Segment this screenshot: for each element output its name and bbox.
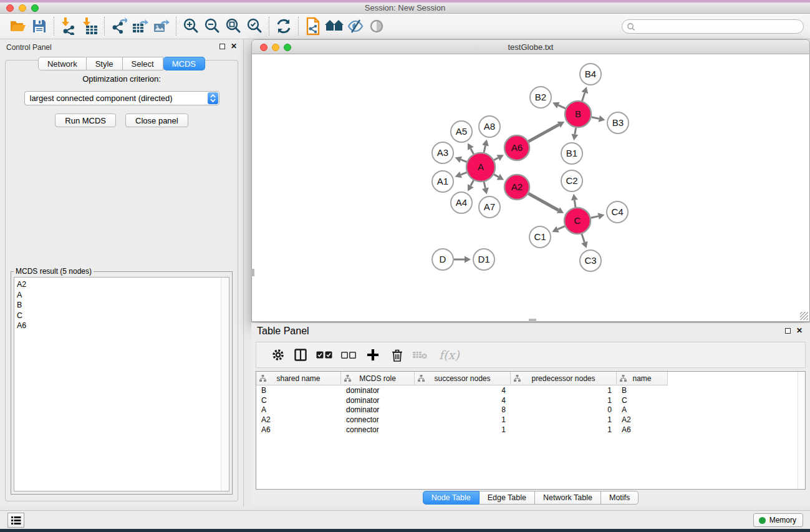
table-cell[interactable]: 8 [415, 405, 511, 414]
task-history-button[interactable] [7, 513, 24, 528]
table-cell[interactable]: 1 [415, 425, 511, 434]
table-cell[interactable]: connector [341, 425, 415, 434]
table-cell[interactable]: A2 [617, 415, 668, 424]
table-cell[interactable]: A [256, 405, 341, 414]
float-panel-icon[interactable] [219, 44, 225, 49]
table-cell[interactable]: 1 [511, 386, 617, 395]
edge-A6-B[interactable] [528, 125, 559, 142]
tab-style[interactable]: Style [87, 57, 123, 70]
export-network-icon[interactable] [108, 16, 130, 37]
column-layout-icon[interactable] [289, 344, 312, 365]
edge-A-A8[interactable] [484, 145, 485, 152]
edge-A-A4[interactable] [471, 180, 474, 186]
zoom-selected-icon[interactable] [244, 16, 265, 37]
edge-C-C4[interactable] [591, 216, 598, 218]
save-session-icon[interactable] [29, 16, 50, 37]
edge-B-B3[interactable] [591, 117, 599, 119]
edge-B-B4[interactable] [582, 93, 585, 101]
tab-mcds[interactable]: MCDS [163, 57, 205, 70]
edge-B-B1[interactable] [575, 128, 576, 135]
edge-A-A3[interactable] [461, 160, 467, 162]
node-table[interactable]: shared nameMCDS rolesuccessor nodesprede… [256, 371, 806, 490]
network-window-titlebar[interactable]: testGlobe.txt [251, 39, 810, 54]
close-panel-icon[interactable]: ✕ [231, 43, 237, 49]
result-item[interactable]: A6 [17, 321, 221, 331]
minimize-window-button[interactable] [19, 4, 26, 12]
refresh-icon[interactable] [273, 16, 294, 37]
table-row[interactable]: Bdominator41B [256, 385, 805, 395]
close-panel-button[interactable]: Close panel [125, 114, 188, 127]
network-graph[interactable]: B4B2BB3A5A8A6A3B1AA1C2A2A4A7CC4C1C3DD1 [252, 54, 809, 321]
column-header-shared-name[interactable]: shared name [256, 372, 341, 385]
select-all-icon[interactable] [312, 344, 337, 365]
tab-edge-table[interactable]: Edge Table [480, 491, 535, 505]
network-canvas[interactable]: B4B2BB3A5A8A6A3B1AA1C2A2A4A7CC4C1C3DD1 [251, 54, 810, 322]
column-header-name[interactable]: name [617, 372, 668, 385]
table-cell[interactable]: C [256, 396, 341, 405]
table-row[interactable]: Cdominator41C [256, 395, 805, 405]
table-cell[interactable]: B [617, 386, 668, 395]
delete-table-icon[interactable] [409, 344, 430, 365]
column-header-successor-nodes[interactable]: successor nodes [415, 372, 511, 385]
dropdown-stepper-icon[interactable] [208, 92, 218, 104]
edge-B-B2[interactable] [558, 105, 566, 109]
close-table-panel-icon[interactable]: ✕ [796, 327, 803, 334]
edge-A-A1[interactable] [461, 172, 467, 175]
table-cell[interactable]: 4 [415, 386, 511, 395]
home-icon[interactable] [324, 16, 345, 37]
column-header-MCDS-role[interactable]: MCDS role [341, 372, 415, 385]
result-item[interactable]: A [17, 290, 221, 301]
edge-A2-C[interactable] [528, 193, 558, 210]
add-column-icon[interactable] [360, 344, 385, 365]
column-header-predecessor-nodes[interactable]: predecessor nodes [511, 372, 617, 385]
table-cell[interactable]: B [256, 386, 341, 395]
table-cell[interactable]: connector [341, 415, 415, 424]
search-field[interactable] [622, 19, 804, 34]
optimization-criterion-select[interactable]: largest connected component (directed) [24, 91, 219, 105]
memory-button[interactable]: Memory [753, 513, 803, 527]
import-table-icon[interactable] [79, 16, 100, 37]
run-mcds-button[interactable]: Run MCDS [55, 114, 116, 127]
gear-icon[interactable] [267, 344, 289, 365]
table-cell[interactable]: A [617, 405, 668, 414]
table-cell[interactable]: A2 [256, 415, 341, 424]
export-image-icon[interactable] [151, 16, 172, 37]
edge-A-A2[interactable] [494, 175, 498, 177]
function-builder-icon[interactable]: f(x) [439, 348, 460, 362]
table-row[interactable]: Adominator80A [256, 405, 805, 415]
table-cell[interactable]: 1 [511, 425, 617, 434]
canvas-scrollbar-bottom[interactable] [529, 319, 536, 322]
network-minimize-button[interactable] [272, 44, 279, 51]
result-scrollbar[interactable] [221, 278, 229, 491]
edge-C-C3[interactable] [582, 234, 584, 243]
network-maximize-button[interactable] [284, 44, 291, 51]
tab-select[interactable]: Select [123, 57, 163, 70]
table-cell[interactable]: A6 [617, 425, 668, 434]
result-item[interactable]: A2 [17, 279, 221, 290]
export-table-icon[interactable] [130, 16, 151, 37]
zoom-in-icon[interactable] [180, 16, 201, 37]
zoom-out-icon[interactable] [201, 16, 223, 37]
window-resize-grip[interactable] [800, 312, 808, 320]
open-session-icon[interactable] [7, 16, 29, 37]
deselect-all-icon[interactable] [337, 344, 360, 365]
edge-C-C1[interactable] [557, 226, 564, 230]
maximize-window-button[interactable] [31, 4, 39, 12]
table-cell[interactable]: dominator [341, 386, 415, 395]
table-cell[interactable]: A6 [256, 425, 341, 434]
network-close-button[interactable] [260, 44, 268, 51]
edge-A-A5[interactable] [471, 148, 474, 154]
tab-network-table[interactable]: Network Table [535, 491, 601, 505]
table-cell[interactable]: C [617, 396, 668, 405]
import-network-icon[interactable] [58, 16, 79, 37]
edge-A-A6[interactable] [494, 158, 498, 160]
tab-node-table[interactable]: Node Table [423, 491, 480, 505]
float-table-panel-icon[interactable] [785, 328, 791, 334]
table-cell[interactable]: 1 [415, 415, 511, 424]
table-cell[interactable]: 4 [415, 396, 511, 405]
tab-motifs[interactable]: Motifs [601, 491, 639, 505]
tab-network[interactable]: Network [38, 57, 87, 70]
table-row[interactable]: A6connector11A6 [256, 425, 805, 435]
edge-C-C2[interactable] [574, 200, 576, 208]
canvas-scrollbar-left[interactable] [251, 269, 254, 276]
